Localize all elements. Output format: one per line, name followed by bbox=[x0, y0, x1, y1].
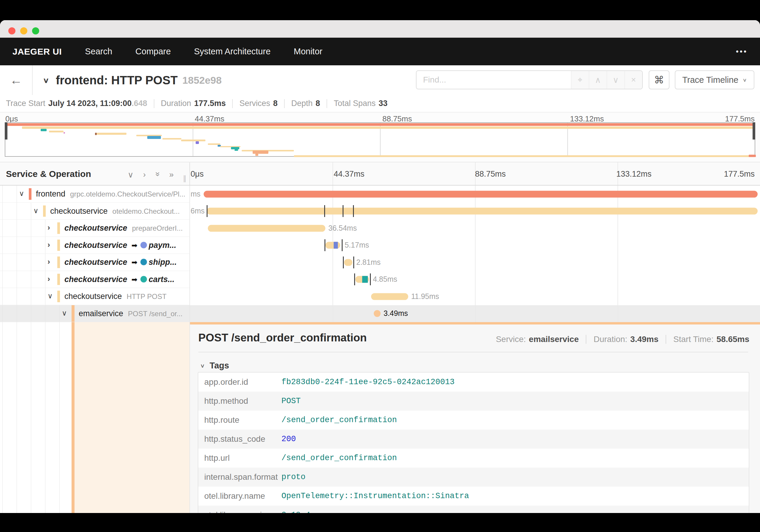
span-name-cell[interactable]: ∨checkoutserviceHTTP POST bbox=[0, 288, 190, 305]
bottom-black-bar bbox=[0, 513, 760, 532]
tag-row-app.order.id[interactable]: app.order.idfb283db0-224f-11ee-92c5-0242… bbox=[198, 372, 749, 392]
tag-row-http.url[interactable]: http.url/send_order_confirmation bbox=[198, 449, 749, 467]
span-row-emailservice[interactable]: ∨emailservicePOST /send_or...3.49ms bbox=[0, 305, 760, 322]
minimap-canvas[interactable] bbox=[5, 122, 755, 157]
app-brand[interactable]: JAEGER UI bbox=[13, 47, 62, 57]
fullscreen-window-button[interactable] bbox=[32, 27, 39, 34]
overflow-menu-icon[interactable]: ••• bbox=[736, 47, 747, 56]
span-row-checkoutservice[interactable]: ›checkoutservice➡shipp...2.81ms bbox=[0, 254, 760, 271]
tag-row-otel.library.version[interactable]: otel.library.version0.19.4 bbox=[198, 506, 749, 513]
collapse-all-icon[interactable]: » bbox=[153, 172, 163, 176]
tag-value: /send_order_confirmation bbox=[281, 415, 397, 424]
span-bar-cell[interactable]: 5.17ms bbox=[190, 237, 760, 254]
span-bar-cell[interactable]: 2.81ms bbox=[190, 254, 760, 271]
app-window: JAEGER UI SearchCompareSystem Architectu… bbox=[0, 20, 760, 513]
collapse-chevron-icon[interactable]: ∨ bbox=[48, 292, 53, 300]
span-row-checkoutservice[interactable]: ›checkoutservice➡paym...5.17ms bbox=[0, 237, 760, 254]
detail-meta-value: 58.65ms bbox=[716, 335, 749, 344]
span-bar-cell[interactable]: ms bbox=[190, 185, 760, 203]
tag-row-internal.span.format[interactable]: internal.span.formatproto bbox=[198, 467, 749, 487]
service-name: checkoutservice bbox=[65, 275, 127, 283]
minimap-left-scrubber[interactable] bbox=[5, 122, 7, 139]
span-duration-bar[interactable] bbox=[325, 242, 340, 249]
service-color-dot-icon bbox=[140, 276, 147, 282]
span-name-cell[interactable]: ›checkoutservice➡carts... bbox=[0, 271, 190, 288]
span-row-frontend[interactable]: ∨frontendgrpc.oteldemo.CheckoutService/P… bbox=[0, 185, 760, 203]
tag-row-http.route[interactable]: http.route/send_order_confirmation bbox=[198, 411, 749, 430]
next-result-icon[interactable]: ∨ bbox=[606, 71, 624, 89]
collapse-one-icon[interactable]: ∨ bbox=[128, 170, 134, 180]
summary-trace-start: Trace StartJuly 14 2023, 11:09:00.648 bbox=[6, 99, 147, 108]
minimap-span-bar bbox=[294, 155, 756, 157]
span-bar-cell[interactable]: 11.95ms bbox=[190, 288, 760, 305]
titlebar bbox=[0, 20, 760, 38]
service-name: checkoutservice bbox=[65, 240, 127, 249]
trace-collapse-chevron-icon[interactable]: ∨ bbox=[43, 76, 49, 84]
span-name-cell[interactable]: ›checkoutserviceprepareOrderI... bbox=[0, 220, 190, 237]
keyboard-shortcuts-button[interactable]: ⌘ bbox=[649, 71, 669, 89]
collapse-chevron-icon[interactable]: ∨ bbox=[33, 207, 39, 215]
back-button[interactable]: ← bbox=[0, 65, 33, 95]
span-duration-label: 3.49ms bbox=[384, 309, 408, 318]
minimize-window-button[interactable] bbox=[20, 27, 27, 34]
nav-item-system-architecture[interactable]: System Architecture bbox=[194, 47, 270, 56]
span-bar-cell[interactable]: 6ms bbox=[190, 203, 760, 220]
close-window-button[interactable] bbox=[8, 27, 16, 34]
span-detail-section: POST /send_order_confirmation Service:em… bbox=[0, 322, 760, 513]
minimap-right-scrubber[interactable] bbox=[753, 122, 755, 139]
prev-result-icon[interactable]: ∧ bbox=[589, 71, 606, 89]
span-duration-bar[interactable] bbox=[356, 276, 369, 283]
span-bar-cell[interactable]: 3.49ms bbox=[190, 305, 760, 322]
expand-all-icon[interactable]: » bbox=[169, 170, 174, 179]
clear-search-icon[interactable]: × bbox=[624, 71, 642, 89]
collapse-chevron-icon[interactable]: ∨ bbox=[62, 309, 67, 317]
span-duration-bar[interactable] bbox=[207, 208, 758, 215]
tag-row-http.status_code[interactable]: http.status_code200 bbox=[198, 430, 749, 449]
find-input[interactable] bbox=[416, 71, 571, 89]
service-name: checkoutservice bbox=[65, 223, 127, 232]
child-reference-arrow-icon: ➡ bbox=[131, 241, 137, 249]
span-duration-bar[interactable] bbox=[204, 191, 758, 197]
detail-meta-label: Duration: bbox=[594, 335, 627, 344]
nav-item-search[interactable]: Search bbox=[85, 47, 112, 56]
span-duration-bar[interactable] bbox=[371, 293, 408, 300]
expand-chevron-icon[interactable]: › bbox=[48, 257, 50, 266]
span-name-cell[interactable]: ›checkoutservice➡shipp... bbox=[0, 254, 190, 271]
minimap-span-bar bbox=[181, 139, 206, 141]
expand-one-icon[interactable]: › bbox=[143, 170, 146, 179]
span-name-cell[interactable]: ∨checkoutserviceoteldemo.Checkout... bbox=[0, 203, 190, 220]
tag-key: http.url bbox=[198, 453, 281, 463]
column-resize-handle[interactable]: ∥ bbox=[183, 174, 187, 183]
span-duration-bar[interactable] bbox=[374, 310, 381, 317]
tag-row-otel.library.name[interactable]: otel.library.nameOpenTelemetry::Instrume… bbox=[198, 487, 749, 506]
span-row-checkoutservice[interactable]: ∨checkoutserviceoteldemo.Checkout...6ms bbox=[0, 203, 760, 220]
span-row-checkoutservice[interactable]: ›checkoutservice➡carts...4.85ms bbox=[0, 271, 760, 288]
timeline-header: Service & Operation ∨ › » » ∥ 0μs44.37ms… bbox=[0, 162, 760, 185]
trace-view-select[interactable]: Trace Timeline ∨ bbox=[675, 71, 754, 89]
span-name-cell[interactable]: ∨frontendgrpc.oteldemo.CheckoutService/P… bbox=[0, 185, 190, 203]
collapse-chevron-icon[interactable]: ∨ bbox=[19, 189, 24, 198]
expand-chevron-icon[interactable]: › bbox=[48, 274, 50, 283]
nav-item-compare[interactable]: Compare bbox=[135, 47, 171, 56]
span-bar-cell[interactable]: 4.85ms bbox=[190, 271, 760, 288]
expand-chevron-icon[interactable]: › bbox=[48, 223, 50, 232]
span-name-cell[interactable]: ›checkoutservice➡paym... bbox=[0, 237, 190, 254]
tag-value: fb283db0-224f-11ee-92c5-0242ac120013 bbox=[281, 378, 454, 387]
tag-row-http.method[interactable]: http.methodPOST bbox=[198, 392, 749, 411]
tick-label: 88.75ms bbox=[473, 169, 506, 179]
minimap-span-bar bbox=[235, 149, 238, 151]
span-boundary-tick bbox=[370, 273, 371, 285]
tags-section-toggle[interactable]: ∨ Tags bbox=[200, 361, 760, 370]
expand-chevron-icon[interactable]: › bbox=[48, 240, 50, 249]
span-bar-cell[interactable]: 36.54ms bbox=[190, 220, 760, 237]
nav-item-monitor[interactable]: Monitor bbox=[294, 47, 322, 56]
span-duration-bar[interactable] bbox=[208, 225, 325, 231]
span-boundary-tick bbox=[354, 273, 355, 285]
span-row-checkoutservice[interactable]: ›checkoutserviceprepareOrderI...36.54ms bbox=[0, 220, 760, 237]
span-row-checkoutservice[interactable]: ∨checkoutserviceHTTP POST11.95ms bbox=[0, 288, 760, 305]
span-name-cell[interactable]: ∨emailservicePOST /send_or... bbox=[0, 305, 190, 322]
match-case-icon[interactable]: ⌖ bbox=[571, 71, 589, 89]
detail-left-rail bbox=[0, 322, 190, 513]
tag-key: http.route bbox=[198, 415, 281, 425]
span-duration-bar[interactable] bbox=[344, 259, 353, 266]
